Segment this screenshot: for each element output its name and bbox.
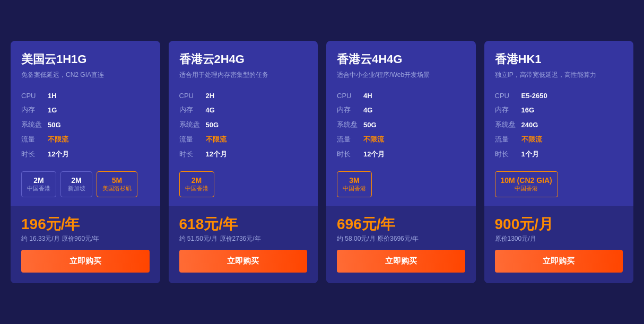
spec-value: 1个月 (521, 147, 623, 162)
spec-row: 内存4G (337, 102, 465, 117)
spec-value: 50G (363, 117, 465, 132)
spec-label: CPU (337, 89, 363, 102)
spec-value: 50G (48, 117, 150, 132)
spec-value: 4G (206, 102, 308, 117)
buy-button[interactable]: 立即购买 (337, 250, 465, 273)
spec-row: 内存16G (495, 102, 623, 117)
bandwidth-speed: 2M (185, 176, 208, 185)
spec-row: 内存4G (179, 102, 308, 117)
cards-container: 美国云1H1G免备案低延迟，CN2 GIA直连CPU1H内存1G系统盘50G流量… (11, 41, 633, 283)
spec-value: 不限流 (206, 132, 308, 147)
spec-value: 不限流 (48, 132, 150, 147)
spec-row: 系统盘240G (495, 117, 623, 132)
spec-label: 内存 (179, 102, 206, 117)
spec-value: 16G (521, 102, 623, 117)
spec-label: 流量 (21, 132, 48, 147)
bandwidth-options: 3M中国香港 (337, 171, 465, 197)
spec-value: 12个月 (363, 147, 465, 162)
spec-row: 内存1G (21, 102, 150, 117)
spec-row: 流量不限流 (179, 132, 308, 147)
card-title: 美国云1H1G (21, 51, 150, 67)
spec-label: 流量 (337, 132, 363, 147)
bandwidth-speed: 10M (CN2 GIA) (501, 176, 552, 185)
spec-label: CPU (495, 89, 521, 102)
spec-label: 系统盘 (21, 117, 48, 132)
card-subtitle: 独立IP，高带宽低延迟，高性能算力 (495, 71, 623, 80)
bandwidth-option-0[interactable]: 10M (CN2 GIA)中国香港 (495, 171, 558, 197)
spec-label: CPU (179, 89, 206, 102)
spec-label: 时长 (337, 147, 363, 162)
bandwidth-option-0[interactable]: 2M中国香港 (179, 171, 214, 197)
bandwidth-option-2[interactable]: 5M美国洛杉矶 (97, 171, 137, 197)
card-title: 香港HK1 (495, 51, 623, 67)
specs-table: CPU4H内存4G系统盘50G流量不限流时长12个月 (337, 89, 465, 162)
price-detail: 原价1300元/月 (495, 234, 623, 243)
spec-row: CPU1H (21, 89, 150, 102)
card-subtitle: 适合用于处理内存密集型的任务 (179, 71, 308, 80)
spec-value: 4H (363, 89, 465, 102)
price-main: 696元/年 (337, 214, 465, 234)
bandwidth-location: 新加坡 (66, 185, 86, 192)
spec-label: 时长 (179, 147, 206, 162)
spec-label: 内存 (21, 102, 48, 117)
bandwidth-location: 中国香港 (27, 185, 50, 192)
price-detail: 约 16.33元/月 原价960元/年 (21, 234, 150, 243)
buy-button[interactable]: 立即购买 (179, 250, 308, 273)
spec-value: 12个月 (48, 147, 150, 162)
bandwidth-location: 中国香港 (501, 185, 552, 192)
spec-row: 时长12个月 (337, 147, 465, 162)
spec-value: 1G (48, 102, 150, 117)
spec-row: CPU2H (179, 89, 308, 102)
bandwidth-speed: 3M (343, 176, 366, 185)
spec-value: 不限流 (521, 132, 623, 147)
spec-row: 时长1个月 (495, 147, 623, 162)
spec-row: CPU4H (337, 89, 465, 102)
spec-row: CPUE5-2650 (495, 89, 623, 102)
card-us-cloud-1h1g: 美国云1H1G免备案低延迟，CN2 GIA直连CPU1H内存1G系统盘50G流量… (11, 41, 160, 283)
spec-row: 流量不限流 (21, 132, 150, 147)
bandwidth-speed: 2M (66, 176, 86, 185)
card-subtitle: 适合中小企业/程序/Web开发场景 (337, 71, 465, 80)
card-subtitle: 免备案低延迟，CN2 GIA直连 (21, 71, 150, 80)
price-main: 900元/月 (495, 214, 623, 234)
spec-label: 时长 (21, 147, 48, 162)
spec-label: 系统盘 (495, 117, 521, 132)
bandwidth-options: 2M中国香港 (179, 171, 308, 197)
bandwidth-speed: 2M (27, 176, 50, 185)
specs-table: CPU1H内存1G系统盘50G流量不限流时长12个月 (21, 89, 150, 162)
bandwidth-option-0[interactable]: 2M中国香港 (21, 171, 56, 197)
spec-row: 时长12个月 (21, 147, 150, 162)
spec-row: 系统盘50G (179, 117, 308, 132)
spec-label: 时长 (495, 147, 521, 162)
price-detail: 约 51.50元/月 原价2736元/年 (179, 234, 308, 243)
spec-value: 50G (206, 117, 308, 132)
price-main: 618元/年 (179, 214, 308, 234)
spec-label: CPU (21, 89, 48, 102)
spec-label: 系统盘 (179, 117, 206, 132)
price-main: 196元/年 (21, 214, 150, 234)
bandwidth-option-0[interactable]: 3M中国香港 (337, 171, 372, 197)
price-detail: 约 58.00元/月 原价3696元/年 (337, 234, 465, 243)
specs-table: CPUE5-2650内存16G系统盘240G流量不限流时长1个月 (495, 89, 623, 162)
card-bottom: 900元/月原价1300元/月立即购买 (484, 206, 634, 283)
spec-label: 流量 (495, 132, 521, 147)
bandwidth-option-1[interactable]: 2M新加坡 (60, 171, 92, 197)
specs-table: CPU2H内存4G系统盘50G流量不限流时长12个月 (179, 89, 308, 162)
buy-button[interactable]: 立即购买 (495, 250, 623, 273)
spec-value: 1H (48, 89, 150, 102)
bandwidth-options: 10M (CN2 GIA)中国香港 (495, 171, 623, 197)
spec-row: 时长12个月 (179, 147, 308, 162)
buy-button[interactable]: 立即购买 (21, 250, 150, 273)
spec-row: 系统盘50G (337, 117, 465, 132)
card-hk-hk1: 香港HK1独立IP，高带宽低延迟，高性能算力CPUE5-2650内存16G系统盘… (484, 41, 634, 283)
card-title: 香港云2H4G (179, 51, 308, 67)
spec-label: 流量 (179, 132, 206, 147)
spec-value: 12个月 (206, 147, 308, 162)
spec-value: 4G (363, 102, 465, 117)
spec-row: 系统盘50G (21, 117, 150, 132)
spec-value: 2H (206, 89, 308, 102)
spec-label: 内存 (337, 102, 363, 117)
card-hk-cloud-4h4g: 香港云4H4G适合中小企业/程序/Web开发场景CPU4H内存4G系统盘50G流… (326, 41, 476, 283)
spec-label: 内存 (495, 102, 521, 117)
card-hk-cloud-2h4g: 香港云2H4G适合用于处理内存密集型的任务CPU2H内存4G系统盘50G流量不限… (169, 41, 318, 283)
